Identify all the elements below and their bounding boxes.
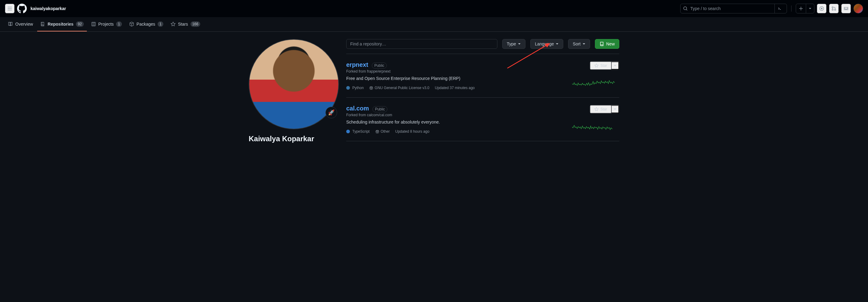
divider [791,5,792,11]
project-icon [91,22,96,27]
profile-avatar-wrap: 🚀 [249,39,339,129]
breadcrumb-user[interactable]: kaiwalyakoparkar [30,6,66,11]
repo-language: Python [346,86,364,90]
status-emoji: 🚀 [328,109,335,116]
star-label: Star [600,63,607,68]
new-label: New [606,42,615,46]
fork-source[interactable]: Forked from calcom/cal.com [346,113,563,117]
book-icon [8,22,13,27]
command-palette-icon[interactable] [774,4,784,13]
star-icon [171,22,176,27]
sort-filter-button[interactable]: Sort [568,39,590,49]
page-content: 🚀 Kaiwalya Koparkar Type Language Sort N… [239,32,629,151]
tab-count: 1 [158,21,163,27]
svg-point-2 [821,8,822,9]
tab-projects[interactable]: Projects 1 [88,17,125,31]
repo-license: Other [375,129,390,134]
language-dot [346,86,350,90]
tab-label: Overview [15,22,33,27]
repo-license: GNU General Public License v3.0 [369,86,429,90]
activity-sparkline [572,78,619,87]
star-button[interactable]: Star [590,105,611,113]
svg-rect-6 [92,22,95,26]
repo-item: cal.com Public Forked from calcom/cal.co… [346,98,619,141]
star-icon [594,63,598,68]
star-list-dropdown[interactable] [611,62,619,70]
search-placeholder-text: Type / to search [690,6,772,11]
caret-down-icon [809,7,812,10]
repo-name-link[interactable]: cal.com [346,105,369,112]
tab-packages[interactable]: Packages 1 [126,17,166,31]
svg-point-5 [835,9,836,10]
repo-list: erpnext Public Forked from frappe/erpnex… [346,54,619,141]
tab-label: Stars [178,22,188,27]
caret-down-icon [518,43,521,46]
repo-updated: Updated 8 hours ago [395,129,429,134]
language-dot [346,130,350,133]
type-filter-button[interactable]: Type [502,39,525,49]
star-button-group: Star [590,61,619,70]
dd-label: Language [535,42,554,46]
tab-count: 166 [190,21,200,27]
dd-label: Type [507,42,516,46]
plus-icon [799,6,803,11]
notifications-button[interactable] [841,4,851,13]
activity-sparkline [572,122,619,131]
tab-label: Repositories [48,22,73,27]
repo-name-link[interactable]: erpnext [346,61,368,68]
tab-count: 92 [76,21,84,27]
hamburger-icon [7,6,12,11]
repo-icon [599,42,604,46]
github-logo[interactable] [17,4,27,13]
tab-repositories[interactable]: Repositories 92 [37,17,87,31]
package-icon [129,22,134,27]
tab-label: Projects [98,22,114,27]
svg-point-4 [832,9,833,10]
repo-language: TypeScript [346,129,370,134]
profile-fullname: Kaiwalya Koparkar [249,134,339,143]
license-text: GNU General Public License v3.0 [375,86,429,90]
repo-updated: Updated 37 minutes ago [435,86,475,90]
find-repository-input[interactable] [346,39,497,49]
tab-count: 1 [116,21,122,27]
svg-point-3 [832,7,833,8]
repo-description: Scheduling infrastructure for absolutely… [346,119,563,125]
profile-avatar[interactable] [249,39,339,129]
license-text: Other [381,129,390,134]
language-filter-button[interactable]: Language [530,39,563,49]
dd-label: Sort [573,42,581,46]
caret-down-icon [556,43,559,46]
create-new-menu[interactable] [796,4,814,13]
filter-row: Type Language Sort New [346,39,619,49]
caret-down-icon [614,108,617,111]
pull-requests-button[interactable] [829,4,839,13]
hamburger-menu-button[interactable] [5,4,14,13]
new-repository-button[interactable]: New [595,39,619,49]
repo-icon [40,22,45,27]
language-name: TypeScript [352,129,370,134]
pull-request-icon [831,6,836,11]
tab-label: Packages [136,22,155,27]
tab-overview[interactable]: Overview [5,17,36,31]
caret-down-icon [582,43,586,46]
profile-sidebar: 🚀 Kaiwalya Koparkar [249,39,339,143]
tab-stars[interactable]: Stars 166 [167,17,203,31]
star-icon [594,107,598,111]
caret-down-icon [614,64,617,67]
visibility-badge: Public [372,106,388,112]
global-search[interactable]: Type / to search [680,4,787,13]
issue-icon [819,6,824,11]
language-name: Python [352,86,364,90]
fork-source[interactable]: Forked from frappe/erpnext [346,69,563,74]
issues-button[interactable] [817,4,827,13]
profile-nav: Overview Repositories 92 Projects 1 Pack… [0,17,868,32]
repo-panel: Type Language Sort New erpnext [346,39,619,143]
law-icon [375,129,379,134]
star-list-dropdown[interactable] [611,105,619,113]
status-badge[interactable]: 🚀 [326,107,337,118]
star-button[interactable]: Star [590,62,611,70]
svg-point-0 [684,7,687,10]
star-label: Star [600,107,607,111]
user-avatar[interactable] [854,4,863,13]
visibility-badge: Public [372,62,387,68]
